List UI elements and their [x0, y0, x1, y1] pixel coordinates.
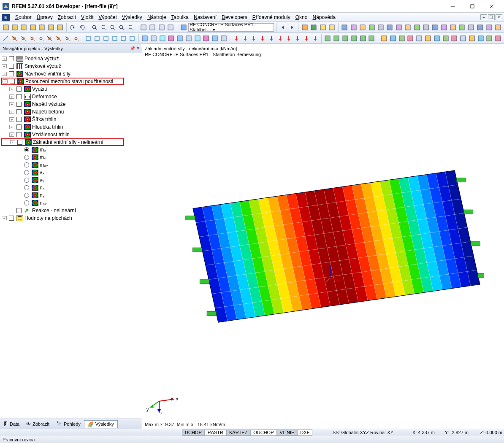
misc-13-icon[interactable] [494, 34, 502, 43]
calc-icon[interactable] [301, 23, 309, 32]
checkbox[interactable] [16, 132, 22, 137]
layers-icon[interactable] [149, 23, 157, 32]
load-8-icon[interactable] [303, 34, 311, 43]
pin-icon[interactable]: 📌 [130, 46, 135, 51]
misc-1-icon[interactable] [389, 34, 397, 43]
snap-7-icon[interactable] [72, 34, 80, 43]
zoomall-icon[interactable] [118, 23, 126, 32]
saveall-icon[interactable] [29, 23, 37, 32]
tool1-3-icon[interactable] [368, 23, 376, 32]
model-8-icon[interactable] [211, 34, 219, 43]
maximize-button[interactable] [463, 0, 482, 12]
misc-3-icon[interactable] [406, 34, 415, 43]
load-0-icon[interactable] [232, 34, 240, 43]
tool1-5-icon[interactable] [386, 23, 394, 32]
tool1-9-icon[interactable] [422, 23, 430, 32]
tree-item[interactable]: +Využití [1, 85, 141, 93]
viewport[interactable]: Základní vnitřní síly - nelineární m-x [… [142, 44, 504, 429]
open-icon[interactable] [11, 23, 19, 32]
nav-tab-pohledy[interactable]: 🔭Pohledy [53, 420, 84, 427]
snap-3-icon[interactable] [37, 34, 45, 43]
nav-tab-výsledky[interactable]: 🌈Výsledky [84, 420, 118, 428]
load-4-icon[interactable] [267, 34, 275, 43]
tree-item[interactable]: mₓ [1, 146, 141, 154]
menu-nástroje[interactable]: Nástroje [145, 14, 169, 21]
tree-item[interactable]: nₓᵧ [1, 199, 141, 207]
misc-4-icon[interactable] [415, 34, 423, 43]
tree-item[interactable]: Reakce - nelineární [1, 207, 141, 214]
checkbox[interactable] [17, 140, 22, 145]
menu-nastavení[interactable]: Nastavení [191, 14, 219, 21]
tree-item[interactable]: +Podélná výztuž [1, 55, 141, 62]
tool1-6-icon[interactable] [395, 23, 403, 32]
find-icon[interactable] [90, 23, 98, 32]
load-2-icon[interactable] [250, 34, 258, 43]
model-5-icon[interactable] [185, 34, 193, 43]
checkbox[interactable] [16, 117, 22, 122]
view-5-icon[interactable] [368, 34, 376, 43]
radio[interactable] [24, 170, 29, 175]
expand-icon[interactable]: + [9, 117, 14, 122]
misc-6-icon[interactable] [433, 34, 441, 43]
misc-9-icon[interactable] [459, 34, 467, 43]
snap-5-icon[interactable] [54, 34, 62, 43]
menu-nápověda[interactable]: Nápověda [310, 14, 338, 21]
edge-icon[interactable] [2, 34, 10, 43]
nav-tab-data[interactable]: 🗄Data [0, 421, 23, 427]
tool1-0-icon[interactable] [341, 23, 349, 32]
tool1-15-icon[interactable] [476, 23, 484, 32]
view-0-icon[interactable] [324, 34, 332, 43]
misc-8-icon[interactable] [450, 34, 458, 43]
iso-icon[interactable] [319, 23, 327, 32]
draw-3-icon[interactable] [111, 34, 119, 43]
tables-icon[interactable] [157, 23, 165, 32]
draw-1-icon[interactable] [93, 34, 101, 43]
load-5-icon[interactable] [276, 34, 284, 43]
checkbox[interactable] [9, 64, 14, 69]
expand-icon[interactable]: + [2, 57, 7, 61]
results-icon[interactable] [310, 23, 318, 32]
model-2-icon[interactable] [158, 34, 166, 43]
legend-icon[interactable] [328, 23, 336, 32]
model-1-icon[interactable] [149, 34, 157, 43]
undo-icon[interactable] [69, 23, 77, 32]
load-6-icon[interactable] [285, 34, 293, 43]
status-toggle-vlinie[interactable]: VLINIE [277, 429, 298, 436]
expand-icon[interactable]: - [10, 140, 15, 144]
view-2-icon[interactable] [341, 34, 350, 43]
expand-icon[interactable]: + [9, 125, 14, 129]
module-select[interactable]: RF-CONCRETE Surfaces PŘ1 - Stahlbet… ▾ [188, 23, 274, 32]
view-1-icon[interactable] [333, 34, 341, 43]
tool1-14-icon[interactable] [467, 23, 475, 32]
snap-6-icon[interactable] [63, 34, 71, 43]
tree-item[interactable]: +Vzdálenost trhlin [1, 131, 141, 138]
tool1-7-icon[interactable] [404, 23, 412, 32]
tree-item[interactable]: +Hloubka trhlin [1, 123, 141, 131]
radio[interactable] [24, 200, 29, 205]
expand-icon[interactable]: + [2, 72, 7, 76]
checkbox[interactable] [16, 94, 22, 99]
new-icon[interactable] [2, 23, 10, 32]
model-3-icon[interactable] [167, 34, 175, 43]
radio[interactable] [24, 193, 29, 198]
module-icon[interactable] [179, 23, 187, 32]
draw-0-icon[interactable] [84, 34, 92, 43]
close-panel-icon[interactable]: × [137, 46, 139, 51]
tree-item[interactable]: vₓ [1, 169, 141, 176]
pan-icon[interactable] [127, 23, 135, 32]
status-toggle-dxf[interactable]: DXF [297, 429, 312, 436]
snap-0-icon[interactable] [11, 34, 19, 43]
tool1-2-icon[interactable] [359, 23, 367, 32]
tool1-16-icon[interactable] [485, 23, 493, 32]
model-0-icon[interactable] [141, 34, 149, 43]
load-1-icon[interactable] [241, 34, 249, 43]
menu-vložit[interactable]: Vložit [79, 14, 96, 21]
minimize-button[interactable] [443, 0, 463, 12]
misc-0-icon[interactable] [380, 34, 388, 43]
prev-icon[interactable] [279, 23, 287, 32]
zoom-icon[interactable] [100, 23, 108, 32]
copy-icon[interactable] [47, 23, 55, 32]
nav-tab-zobrazit[interactable]: 👁Zobrazit [23, 421, 53, 427]
status-toggle-ouchop[interactable]: OUCHOP [250, 429, 276, 436]
snap-4-icon[interactable] [46, 34, 54, 43]
